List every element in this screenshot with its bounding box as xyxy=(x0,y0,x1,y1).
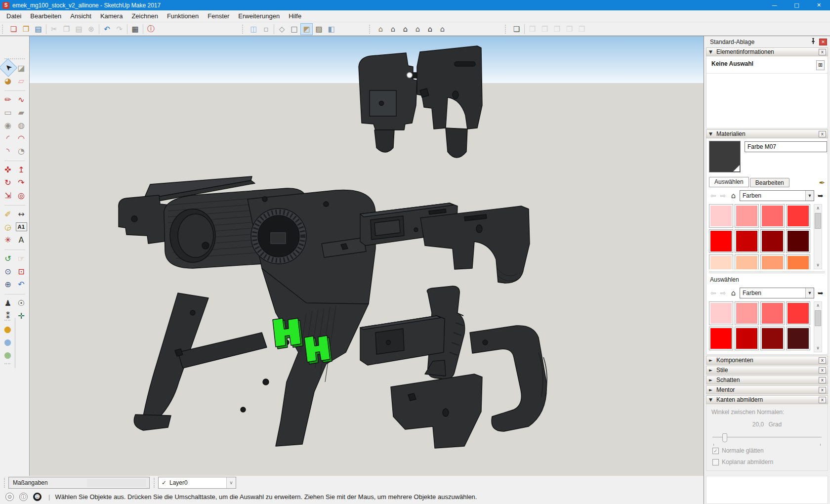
front-view-button[interactable]: ⌂ xyxy=(399,23,412,35)
scroll-up-icon[interactable]: ∧ xyxy=(816,302,820,309)
outer-shell-tool[interactable]: ● xyxy=(1,323,14,336)
shaded-style-button[interactable]: ◩ xyxy=(300,23,313,35)
section-plane-button[interactable]: ❏ xyxy=(510,23,523,35)
material-preview[interactable] xyxy=(709,141,741,172)
cut-button[interactable]: ✂ xyxy=(48,23,60,35)
section-close-button[interactable]: x xyxy=(819,131,826,137)
display-section-planes-button[interactable]: ❐ xyxy=(526,23,539,35)
pin-icon[interactable] xyxy=(809,38,817,45)
scroll-thumb[interactable] xyxy=(815,310,821,326)
save-file-button[interactable]: ▤ xyxy=(32,23,44,35)
section-plane-tool[interactable]: ✛ xyxy=(15,309,28,322)
scroll-up-icon[interactable]: ∧ xyxy=(816,205,820,212)
pan-tool[interactable]: ☞ xyxy=(15,252,28,265)
polygon-tool[interactable]: ◍ xyxy=(15,119,28,131)
model-info-button[interactable]: ⓘ xyxy=(145,23,157,35)
pie-tool[interactable]: ◔ xyxy=(15,144,28,157)
color-swatch[interactable] xyxy=(709,204,733,228)
scroll-down-icon[interactable]: ∨ xyxy=(816,261,820,269)
monochrome-style-button[interactable]: ◧ xyxy=(325,23,337,35)
shaded-textures-style-button[interactable]: ▨ xyxy=(313,23,325,35)
maximize-button[interactable]: □ xyxy=(786,0,808,10)
geolocation-icon[interactable]: ⊙ xyxy=(5,493,14,501)
in-model-icon[interactable]: ⌂ xyxy=(729,191,738,200)
slider-thumb[interactable] xyxy=(722,433,727,442)
section-stile-header[interactable]: ► Stile x xyxy=(706,366,828,375)
rotate-tool[interactable]: ↻ xyxy=(1,176,15,189)
section-komponenten-header[interactable]: ► Komponenten x xyxy=(706,356,828,365)
color-swatch[interactable] xyxy=(786,254,810,269)
line-tool[interactable]: ✏ xyxy=(1,93,15,106)
eraser-tool[interactable]: ▱ xyxy=(15,74,28,87)
menu-item-hilfe[interactable]: Hilfe xyxy=(284,10,306,22)
color-swatch[interactable] xyxy=(709,229,733,253)
protractor-tool[interactable]: ◶ xyxy=(1,220,15,233)
eyedropper-icon[interactable]: ✒ xyxy=(819,178,825,187)
iso-view-button[interactable]: ⌂ xyxy=(374,23,387,35)
section-slice-button[interactable]: ❐ xyxy=(563,23,576,35)
section-export-button[interactable]: ❐ xyxy=(576,23,588,35)
menu-item-erweiterungen[interactable]: Erweiterungen xyxy=(234,10,284,22)
redo-button[interactable]: ↷ xyxy=(113,23,125,35)
undo-button[interactable]: ↶ xyxy=(101,23,113,35)
open-file-button[interactable]: ❐ xyxy=(20,23,32,35)
new-file-button[interactable]: ❏ xyxy=(7,23,20,35)
color-swatch[interactable] xyxy=(760,301,785,325)
tab-auswaehlen[interactable]: Auswählen xyxy=(709,177,749,187)
section-close-button[interactable]: x xyxy=(819,49,826,55)
close-button[interactable]: ✕ xyxy=(808,0,830,10)
color-swatch[interactable] xyxy=(786,204,810,228)
back-edges-style-button[interactable]: ▫ xyxy=(260,23,272,35)
color-swatch[interactable] xyxy=(786,301,810,325)
move-tool[interactable]: ✜ xyxy=(1,163,15,176)
menu-item-ansicht[interactable]: Ansicht xyxy=(66,10,96,22)
scale-tool[interactable]: ⇲ xyxy=(1,189,15,202)
three-point-arc-tool[interactable]: ◝ xyxy=(1,144,15,157)
xray-style-button[interactable]: ◫ xyxy=(248,23,260,35)
section-mentor-header[interactable]: ► Mentor x xyxy=(706,385,828,394)
menu-item-bearbeiten[interactable]: Bearbeiten xyxy=(26,10,66,22)
right-view-button[interactable]: ⌂ xyxy=(412,23,424,35)
print-button[interactable]: ▦ xyxy=(129,23,141,35)
freehand-tool[interactable]: ∿ xyxy=(15,93,28,106)
back-icon[interactable]: ⇦ xyxy=(709,289,717,297)
pane-divider[interactable] xyxy=(709,272,825,274)
solid-tools-drag-handle[interactable] xyxy=(4,320,10,321)
color-swatch[interactable] xyxy=(760,204,785,228)
paste-button[interactable]: ▤ xyxy=(73,23,85,35)
top-view-button[interactable]: ⌂ xyxy=(387,23,399,35)
color-swatch[interactable] xyxy=(735,229,759,253)
menu-item-zeichnen[interactable]: Zeichnen xyxy=(127,10,162,22)
section-soften-edges-header[interactable]: ▼ Kanten abmildern x xyxy=(706,395,828,404)
copy-button[interactable]: ❐ xyxy=(60,23,73,35)
two-point-arc-tool[interactable]: ◜ xyxy=(1,131,15,144)
wireframe-style-button[interactable]: ◇ xyxy=(276,23,288,35)
previous-view-tool[interactable]: ↶ xyxy=(15,278,28,291)
details-menu-icon[interactable]: ➥ xyxy=(816,289,825,297)
palette-scrollbar-2[interactable]: ∧ ∨ xyxy=(814,301,822,352)
follow-me-tool[interactable]: ↷ xyxy=(15,176,28,189)
sign-in-icon[interactable]: ☻ xyxy=(33,493,42,501)
color-swatch[interactable] xyxy=(735,301,759,325)
zoom-extents-tool[interactable]: ⊕ xyxy=(1,278,15,291)
color-swatch[interactable] xyxy=(760,327,785,350)
display-section-fills-button[interactable]: ❐ xyxy=(551,23,563,35)
push-pull-tool[interactable]: ↥ xyxy=(15,163,28,176)
section-close-button[interactable]: x xyxy=(819,367,826,374)
menu-item-funktionen[interactable]: Funktionen xyxy=(163,10,203,22)
color-swatch[interactable] xyxy=(735,327,759,350)
layer-dropdown[interactable]: ✓ Layer0 ˅ xyxy=(158,477,236,489)
color-swatch[interactable] xyxy=(760,229,785,253)
in-model-icon[interactable]: ⌂ xyxy=(729,289,738,297)
menu-item-datei[interactable]: Datei xyxy=(2,10,26,22)
tray-close-button[interactable]: ✕ xyxy=(819,39,827,45)
credits-icon[interactable]: ⓘ xyxy=(19,493,28,501)
viewport-canvas[interactable] xyxy=(30,36,704,476)
entity-details-toggle-icon[interactable]: ⊞ xyxy=(816,60,825,70)
collection-dropdown[interactable]: Farben ▼ xyxy=(740,190,814,201)
color-swatch[interactable] xyxy=(786,229,810,253)
section-close-button[interactable]: x xyxy=(819,387,826,393)
forward-icon[interactable]: ⇨ xyxy=(719,289,727,297)
section-close-button[interactable]: x xyxy=(819,357,826,364)
section-entity-info-header[interactable]: ▼ Elementinformationen x xyxy=(706,47,828,56)
